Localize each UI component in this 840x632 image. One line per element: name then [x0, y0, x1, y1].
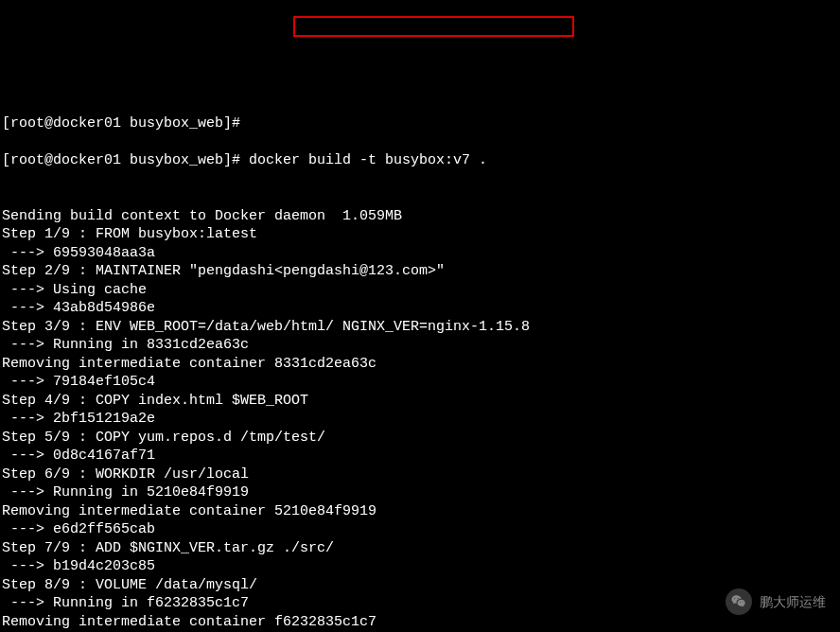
output-line: Step 1/9 : FROM busybox:latest: [2, 225, 838, 244]
output-line: Step 2/9 : MAINTAINER "pengdashi<pengdas…: [2, 262, 838, 281]
output-line: ---> b19d4c203c85: [2, 557, 838, 576]
command-highlight-box: [293, 16, 574, 37]
output-line: ---> 2bf151219a2e: [2, 410, 838, 429]
terminal-output: Sending build context to Docker daemon 1…: [2, 207, 838, 633]
wechat-icon: [726, 588, 752, 615]
output-line: Removing intermediate container 5210e84f…: [2, 502, 838, 521]
prompt-line-empty: [root@docker01 busybox_web]#: [2, 114, 838, 133]
output-line: ---> 69593048aa3a: [2, 244, 838, 263]
output-line: ---> Running in 8331cd2ea63c: [2, 336, 838, 355]
output-line: Removing intermediate container 8331cd2e…: [2, 355, 838, 374]
output-line: ---> 79184ef105c4: [2, 373, 838, 392]
output-line: Step 4/9 : COPY index.html $WEB_ROOT: [2, 392, 838, 411]
watermark: 鹏大师运维: [726, 588, 826, 615]
output-line: Step 8/9 : VOLUME /data/mysql/: [2, 576, 838, 595]
output-line: ---> e6d2ff565cab: [2, 520, 838, 539]
output-line: Sending build context to Docker daemon 1…: [2, 207, 838, 226]
output-line: Step 6/9 : WORKDIR /usr/local: [2, 465, 838, 484]
prompt-line-command[interactable]: [root@docker01 busybox_web]# docker buil…: [2, 151, 838, 170]
output-line: ---> 43ab8d54986e: [2, 299, 838, 318]
output-line: ---> Running in f6232835c1c7: [2, 594, 838, 613]
output-line: ---> Using cache: [2, 281, 838, 300]
output-line: Step 3/9 : ENV WEB_ROOT=/data/web/html/ …: [2, 318, 838, 337]
output-line: Step 5/9 : COPY yum.repos.d /tmp/test/: [2, 429, 838, 448]
output-line: Step 7/9 : ADD $NGINX_VER.tar.gz ./src/: [2, 539, 838, 558]
output-line: Removing intermediate container f6232835…: [2, 613, 838, 632]
output-line: ---> Running in 5210e84f9919: [2, 483, 838, 502]
output-line: ---> 0d8c4167af71: [2, 447, 838, 465]
watermark-text: 鹏大师运维: [760, 593, 826, 610]
